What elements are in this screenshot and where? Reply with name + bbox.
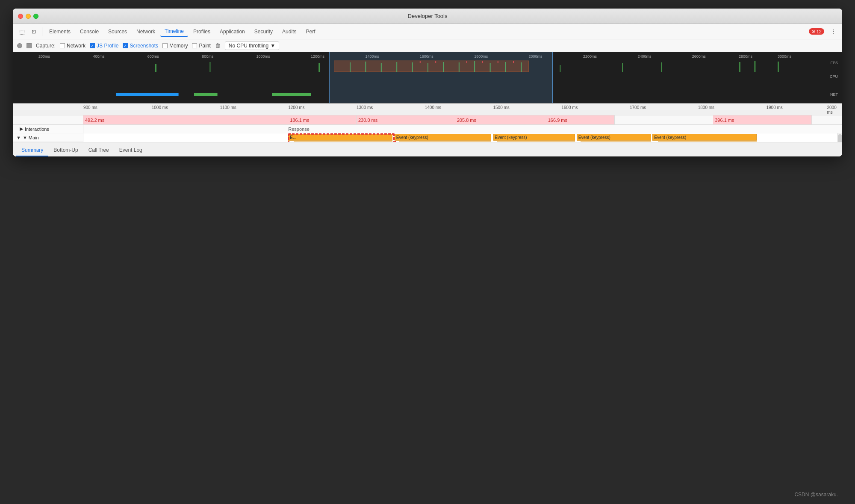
record-button[interactable] (17, 43, 22, 48)
close-button[interactable] (18, 14, 23, 19)
interactions-label[interactable]: ▶ Interactions (13, 125, 83, 133)
flame-col3-ti[interactable]: Event (textInput) (497, 141, 575, 142)
tick-900ms: 900 ms (83, 105, 97, 110)
main-expand-icon[interactable]: ▼ (16, 135, 21, 140)
tab-call-tree[interactable]: Call Tree (83, 144, 114, 156)
flame-col4-keypress[interactable]: Event (keypress) (577, 134, 651, 141)
tab-timeline[interactable]: Timeline (160, 27, 188, 37)
memory-checkbox[interactable] (162, 43, 168, 48)
svg-rect-3 (334, 61, 529, 72)
flame-block-textinput-1[interactable]: Event (textInput) (294, 141, 392, 142)
svg-rect-24 (435, 61, 436, 63)
flame-col4-ti[interactable]: Event (textInput) (581, 141, 651, 142)
tick-1500ms: 1500 ms (493, 105, 510, 110)
inspect-icon[interactable]: ⊡ (28, 26, 39, 37)
jsprofile-checkbox-group[interactable]: ✓ JS Profile (90, 43, 118, 49)
tick-2400: 2400ms (637, 54, 651, 59)
tab-application[interactable]: Application (215, 27, 249, 36)
screenshots-label: Screenshots (130, 43, 158, 49)
tab-network[interactable]: Network (132, 27, 159, 36)
clear-button[interactable]: 🗑 (215, 42, 221, 49)
svg-rect-2 (318, 63, 320, 72)
flame-block-keypress-1[interactable]: E... (288, 134, 392, 141)
timing-value-2: 186.1 ms (290, 118, 309, 123)
tab-summary[interactable]: Summary (16, 144, 48, 156)
memory-checkbox-group[interactable]: Memory (162, 43, 188, 49)
tab-event-log[interactable]: Event Log (114, 144, 147, 156)
interactions-expand-icon[interactable]: ▶ (20, 126, 23, 132)
tick-2800: 2800ms (739, 54, 752, 59)
flame-col2-keypress[interactable]: Event (keypress) (395, 134, 491, 141)
timing-row: 492.2 ms 186.1 ms 230.0 ms 205.8 ms 166.… (13, 115, 842, 125)
timing-value-1: 492.2 ms (85, 118, 104, 123)
flame-col5-keypress[interactable]: Event (keypress) (652, 134, 757, 141)
svg-rect-5 (350, 62, 351, 72)
network-checkbox-group[interactable]: Network (60, 43, 86, 49)
timeline-overview[interactable]: 200ms 400ms 600ms 800ms 1000ms 1200ms 14… (13, 52, 842, 103)
svg-rect-7 (381, 63, 382, 72)
fps-label: FPS (830, 61, 838, 65)
tab-perf[interactable]: Perf (301, 27, 319, 36)
tick-1200: 1200ms (311, 54, 324, 59)
timing-cell-4: 205.8 ms (455, 115, 546, 124)
tick-1400: 1400ms (365, 54, 379, 59)
throttle-dropdown[interactable]: No CPU throttling ▼ (225, 41, 279, 50)
throttle-label: No CPU throttling (229, 43, 268, 49)
memory-label: Memory (169, 43, 188, 49)
tab-security[interactable]: Security (250, 27, 277, 36)
net-track (38, 91, 817, 98)
tick-1100ms: 1100 ms (220, 105, 236, 110)
tick-2000ms: 2000 ms (827, 105, 843, 115)
cursor-icon[interactable]: ⬚ (16, 26, 27, 37)
tick-600: 600ms (147, 54, 159, 59)
flame-col2-textinput[interactable]: Event (keypress) (399, 141, 491, 142)
tick-1800: 1800ms (474, 54, 488, 59)
fps-track (38, 60, 817, 72)
maximize-button[interactable] (33, 14, 38, 19)
vertical-scrollbar[interactable] (837, 133, 842, 142)
tab-bottom-up[interactable]: Bottom-Up (48, 144, 83, 156)
stop-button[interactable] (27, 43, 32, 48)
scrollbar-thumb[interactable] (838, 134, 842, 142)
svg-rect-9 (412, 62, 413, 72)
tab-elements[interactable]: Elements (45, 27, 75, 36)
tick-1700ms: 1700 ms (630, 105, 646, 110)
traffic-lights[interactable] (18, 14, 38, 19)
tick-1600ms: 1600 ms (561, 105, 578, 110)
flame-column-4: Event (keypress) Event (textInput) Event… (577, 133, 653, 142)
svg-rect-19 (661, 62, 662, 72)
svg-rect-18 (622, 63, 623, 72)
flame-row-1: Event (textInput) (288, 141, 395, 142)
network-checkbox[interactable] (60, 43, 65, 48)
main-section-label[interactable]: ▼ ▼ Main (13, 133, 83, 142)
interactions-label-text: Interactions (25, 127, 49, 132)
tab-audits[interactable]: Audits (278, 27, 301, 36)
timing-value-6: 396.1 ms (715, 118, 734, 123)
timing-cell-3: 230.0 ms (357, 115, 455, 124)
jsprofile-checkbox[interactable]: ✓ (90, 43, 95, 48)
screenshots-checkbox-group[interactable]: ✓ Screenshots (123, 43, 158, 49)
tick-2000: 2000ms (529, 54, 542, 59)
svg-rect-20 (739, 62, 740, 72)
toolbar-right: ⊗ 12 ⋮ (809, 26, 839, 37)
more-options-icon[interactable]: ⋮ (828, 26, 839, 37)
jsprofile-label: JS Profile (97, 43, 118, 49)
tick-1400ms: 1400 ms (425, 105, 441, 110)
time-ruler-ticks: 900 ms 1000 ms 1100 ms 1200 ms 1300 ms 1… (83, 103, 842, 115)
flame-col3-keypress[interactable]: Event (keypress) (493, 134, 575, 141)
tab-console[interactable]: Console (76, 27, 103, 36)
timing-cell-1: 492.2 ms (83, 115, 288, 124)
tick-200: 200ms (38, 54, 50, 59)
paint-checkbox[interactable] (192, 43, 197, 48)
svg-rect-16 (521, 62, 522, 72)
tick-800: 800ms (202, 54, 213, 59)
response-label: Response (288, 125, 310, 133)
minimize-button[interactable] (26, 14, 31, 19)
timing-value-3: 230.0 ms (358, 118, 377, 123)
timing-cells: 492.2 ms 186.1 ms 230.0 ms 205.8 ms 166.… (83, 115, 842, 124)
tab-sources[interactable]: Sources (104, 27, 131, 36)
screenshots-checkbox[interactable]: ✓ (123, 43, 128, 48)
paint-checkbox-group[interactable]: Paint (192, 43, 210, 49)
flame-col5-ti[interactable]: Event (textInput) (658, 141, 757, 142)
tab-profiles[interactable]: Profiles (189, 27, 215, 36)
